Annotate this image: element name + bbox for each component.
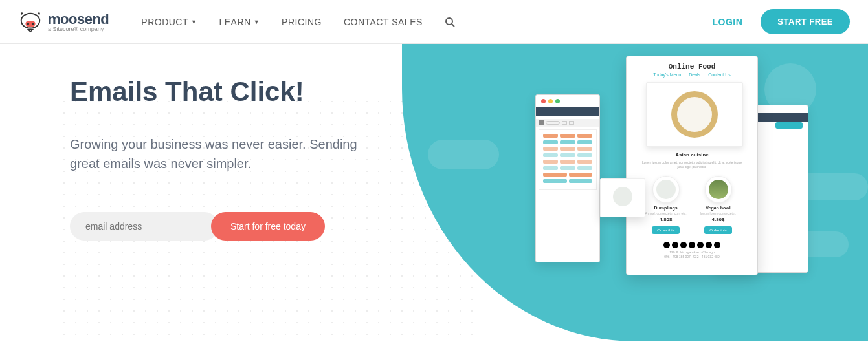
login-link[interactable]: LOGIN bbox=[713, 17, 743, 27]
twitter-icon bbox=[672, 242, 678, 248]
svg-point-3 bbox=[32, 22, 34, 25]
mockup-product: Dumplings A meal, consectetur cum etc. 4… bbox=[643, 176, 689, 234]
nav-learn[interactable]: LEARN▼ bbox=[219, 17, 260, 27]
logo-tagline: a Sitecore® company bbox=[48, 26, 109, 32]
hero-content: Emails That Click! Growing your business… bbox=[0, 44, 401, 241]
mockup-floating-card bbox=[600, 178, 645, 217]
editor-block-grid bbox=[539, 129, 597, 190]
moosend-logo-icon bbox=[18, 10, 43, 34]
hero-title: Emails That Click! bbox=[70, 76, 401, 107]
svg-point-4 bbox=[446, 18, 452, 25]
main-nav: PRODUCT▼ LEARN▼ PRICING CONTACT SALES bbox=[141, 17, 455, 27]
youtube-icon bbox=[697, 242, 704, 248]
header-left: moosend a Sitecore® company PRODUCT▼ LEA… bbox=[18, 10, 455, 34]
editor-toolbar bbox=[536, 107, 599, 116]
chevron-down-icon: ▼ bbox=[191, 19, 197, 25]
mockup-nav: Today's Menu Deals Contact Us bbox=[636, 72, 748, 77]
bg-pill bbox=[428, 140, 499, 169]
email-input[interactable] bbox=[70, 212, 219, 241]
header: moosend a Sitecore® company PRODUCT▼ LEA… bbox=[0, 0, 868, 44]
nav-product[interactable]: PRODUCT▼ bbox=[141, 17, 197, 27]
mockup-site-title: Online Food bbox=[636, 63, 748, 70]
hero-section: Emails That Click! Growing your business… bbox=[0, 44, 868, 364]
pinterest-icon bbox=[689, 242, 695, 248]
svg-point-2 bbox=[27, 22, 29, 25]
signup-form: Start for free today bbox=[70, 212, 401, 241]
hero-subtitle: Growing your business was never easier. … bbox=[70, 134, 387, 173]
nav-pricing[interactable]: PRICING bbox=[282, 17, 322, 27]
facebook-icon bbox=[663, 242, 670, 248]
mockup-footer: 120 E. Michigan Ave. · Chicago 096 - 498… bbox=[636, 250, 748, 259]
mockup-graphics: Online Food Today's Menu Deals Contact U… bbox=[626, 56, 758, 275]
start-free-button[interactable]: START FREE bbox=[761, 9, 850, 34]
mockup-social-icons bbox=[636, 242, 748, 248]
instagram-icon bbox=[680, 242, 687, 248]
logo[interactable]: moosend a Sitecore® company bbox=[18, 10, 109, 34]
mockup-hero-desc: Lorem ipsum dolor amet, consectetur adip… bbox=[636, 160, 748, 169]
mockup-hero-image bbox=[646, 82, 743, 147]
mockup-editor-panel bbox=[535, 94, 600, 262]
header-right: LOGIN START FREE bbox=[713, 9, 851, 34]
nav-contact-sales[interactable]: CONTACT SALES bbox=[344, 17, 423, 27]
search-icon[interactable] bbox=[445, 17, 455, 27]
window-dots bbox=[536, 95, 599, 107]
mockup-hero-label: Asian cuisine bbox=[636, 152, 748, 158]
mockup-email-preview: Online Food Today's Menu Deals Contact U… bbox=[626, 56, 758, 275]
linkedin-icon bbox=[706, 242, 712, 248]
chevron-down-icon: ▼ bbox=[254, 19, 260, 25]
editor-subtoolbar bbox=[536, 119, 599, 127]
svg-line-5 bbox=[452, 24, 454, 27]
mockup-product: Vegan bowl Ipsum lorem consectetur. 4.80… bbox=[696, 176, 741, 234]
logo-text: moosend a Sitecore® company bbox=[48, 11, 109, 32]
start-free-today-button[interactable]: Start for free today bbox=[211, 212, 325, 241]
mockup-products: Dumplings A meal, consectetur cum etc. 4… bbox=[636, 176, 748, 234]
tumblr-icon bbox=[714, 242, 720, 248]
